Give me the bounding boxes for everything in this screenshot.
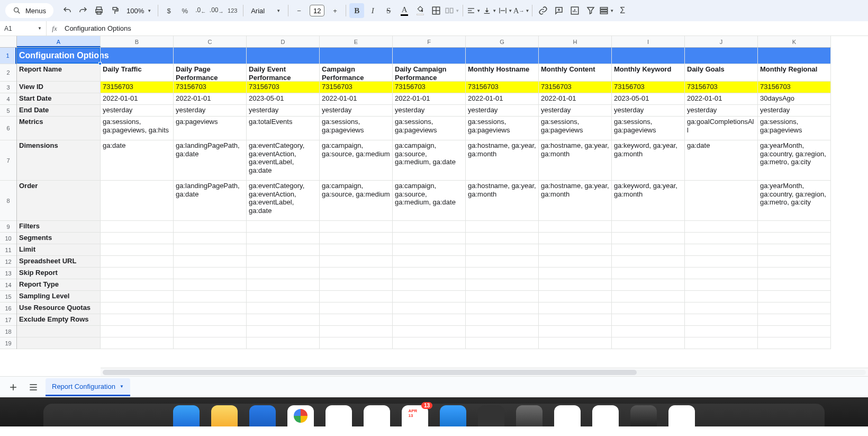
cell[interactable] bbox=[247, 268, 320, 279]
cell[interactable] bbox=[612, 268, 685, 279]
cell[interactable]: Filters bbox=[17, 221, 101, 233]
row-header[interactable]: 17 bbox=[0, 314, 16, 326]
dock-app-icon[interactable] bbox=[668, 405, 695, 426]
cell[interactable]: End Date bbox=[17, 105, 101, 117]
name-box[interactable]: A1▼ bbox=[0, 21, 47, 35]
cell[interactable]: ga:goalCompletionsAll bbox=[685, 117, 758, 140]
insert-link-button[interactable] bbox=[536, 3, 550, 18]
cell[interactable] bbox=[174, 244, 247, 256]
cell[interactable] bbox=[174, 279, 247, 291]
filter-button[interactable] bbox=[583, 3, 598, 18]
spreadsheet-grid[interactable]: ABCDEFGHIJK 1234567891011121314151617181… bbox=[0, 36, 868, 368]
cell[interactable] bbox=[320, 279, 393, 291]
cell[interactable] bbox=[466, 221, 539, 233]
insert-comment-button[interactable] bbox=[551, 3, 566, 18]
row-header[interactable]: 8 bbox=[0, 181, 16, 221]
horizontal-align-button[interactable]: ▼ bbox=[466, 3, 481, 18]
cell[interactable] bbox=[758, 256, 831, 268]
cell[interactable] bbox=[685, 181, 758, 221]
increase-font-button[interactable]: + bbox=[328, 3, 342, 18]
cell[interactable] bbox=[320, 256, 393, 268]
cell[interactable]: Monthly Regional bbox=[758, 64, 831, 82]
cell[interactable]: ga:sessions, ga:pageviews, ga:hits bbox=[101, 117, 174, 140]
row-header[interactable]: 10 bbox=[0, 233, 16, 244]
cell[interactable] bbox=[320, 48, 393, 64]
cell[interactable] bbox=[247, 302, 320, 314]
cell[interactable]: Daily Campaign Performance bbox=[393, 64, 466, 82]
cell[interactable] bbox=[320, 291, 393, 302]
functions-button[interactable]: Σ bbox=[615, 3, 630, 18]
cell[interactable] bbox=[101, 244, 174, 256]
cell[interactable]: ga:date bbox=[101, 140, 174, 181]
cell[interactable] bbox=[393, 314, 466, 326]
cell[interactable] bbox=[685, 279, 758, 291]
row-header[interactable]: 14 bbox=[0, 279, 16, 291]
column-header[interactable]: H bbox=[539, 36, 612, 47]
cell[interactable] bbox=[101, 221, 174, 233]
cell[interactable]: Limit bbox=[17, 244, 101, 256]
cell[interactable]: Start Date bbox=[17, 93, 101, 105]
formula-input[interactable]: Configuration Options bbox=[62, 24, 868, 32]
column-header[interactable]: F bbox=[393, 36, 466, 47]
cell[interactable] bbox=[612, 337, 685, 349]
column-header[interactable]: A bbox=[17, 36, 101, 47]
cell[interactable] bbox=[101, 268, 174, 279]
cell[interactable] bbox=[758, 268, 831, 279]
cell[interactable] bbox=[466, 291, 539, 302]
cell[interactable] bbox=[612, 302, 685, 314]
cell[interactable] bbox=[320, 337, 393, 349]
column-header[interactable]: C bbox=[174, 36, 247, 47]
cell[interactable] bbox=[758, 291, 831, 302]
cell[interactable]: 73156703 bbox=[466, 82, 539, 93]
vertical-align-button[interactable]: ▼ bbox=[482, 3, 497, 18]
cell[interactable] bbox=[393, 256, 466, 268]
cell[interactable]: ga:eventCategory, ga:eventAction, ga:eve… bbox=[247, 181, 320, 221]
row-header[interactable]: 16 bbox=[0, 302, 16, 314]
cell[interactable]: ga:totalEvents bbox=[247, 117, 320, 140]
column-header[interactable]: K bbox=[758, 36, 831, 47]
active-cell-handle[interactable] bbox=[98, 62, 102, 65]
cell[interactable]: 2022-01-01 bbox=[174, 93, 247, 105]
row-header[interactable]: 19 bbox=[0, 337, 16, 349]
text-rotation-button[interactable]: A→▼ bbox=[514, 3, 529, 18]
cell[interactable]: yesterday bbox=[685, 105, 758, 117]
text-color-button[interactable]: A bbox=[397, 3, 412, 18]
cell[interactable]: ga:eventCategory, ga:eventAction, ga:eve… bbox=[247, 140, 320, 181]
cell[interactable]: Skip Report bbox=[17, 268, 101, 279]
cell[interactable] bbox=[612, 314, 685, 326]
cell[interactable] bbox=[758, 48, 831, 64]
cell[interactable]: 73156703 bbox=[247, 82, 320, 93]
cell[interactable]: 2022-01-01 bbox=[466, 93, 539, 105]
fill-color-button[interactable] bbox=[413, 3, 428, 18]
row-header[interactable]: 5 bbox=[0, 105, 16, 117]
cell[interactable]: yesterday bbox=[466, 105, 539, 117]
menus-button[interactable]: Menus bbox=[5, 3, 53, 18]
cell[interactable] bbox=[101, 326, 174, 337]
cell[interactable] bbox=[758, 221, 831, 233]
cell[interactable] bbox=[247, 48, 320, 64]
cell[interactable] bbox=[466, 279, 539, 291]
bold-button[interactable]: B bbox=[349, 3, 364, 18]
cell[interactable]: ga:keyword, ga:year, ga:month bbox=[612, 140, 685, 181]
cell[interactable]: Sampling Level bbox=[17, 291, 101, 302]
row-header[interactable]: 2 bbox=[0, 64, 16, 82]
cell[interactable] bbox=[174, 233, 247, 244]
cell[interactable] bbox=[539, 302, 612, 314]
cell[interactable] bbox=[174, 302, 247, 314]
cell[interactable] bbox=[466, 256, 539, 268]
dock-app-icon[interactable] bbox=[326, 405, 352, 426]
cell[interactable] bbox=[539, 221, 612, 233]
cell[interactable]: Spreadsheet URL bbox=[17, 256, 101, 268]
cell[interactable] bbox=[539, 291, 612, 302]
cell[interactable] bbox=[17, 337, 101, 349]
dock-app-icon[interactable] bbox=[287, 405, 314, 426]
cell[interactable]: Daily Traffic bbox=[101, 64, 174, 82]
sheet-tab-active[interactable]: Report Configuration▼ bbox=[46, 378, 130, 396]
dock-calendar-icon[interactable]: APR 1313 bbox=[402, 405, 428, 426]
cell[interactable] bbox=[466, 244, 539, 256]
cell[interactable] bbox=[17, 326, 101, 337]
cell[interactable]: ga:sessions, ga:pageviews bbox=[539, 117, 612, 140]
cell[interactable]: ga:sessions, ga:pageviews bbox=[758, 117, 831, 140]
cell[interactable] bbox=[612, 221, 685, 233]
cell[interactable]: 73156703 bbox=[685, 82, 758, 93]
